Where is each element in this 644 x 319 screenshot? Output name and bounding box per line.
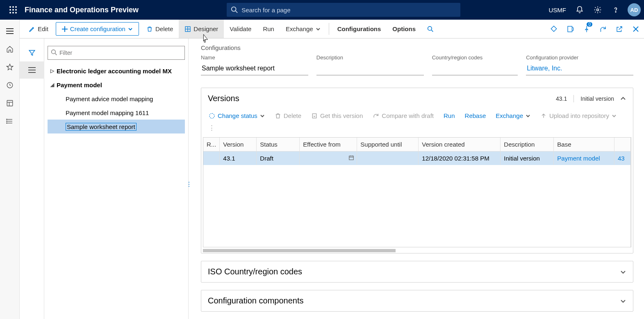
validate-button[interactable]: Validate [224,20,257,38]
designer-label: Designer [193,25,218,32]
svg-point-4 [12,9,14,11]
chevron-down-icon [128,27,133,32]
pin-badge: 0 [587,22,592,27]
pencil-icon [29,26,35,32]
help-icon[interactable] [607,0,624,20]
configurations-tab[interactable]: Configurations [332,20,387,38]
refresh-icon[interactable] [595,20,611,38]
edit-label: Edit [38,25,48,32]
svg-rect-33 [568,26,572,32]
svg-point-8 [15,12,17,14]
svg-point-0 [9,6,11,8]
svg-line-32 [431,30,433,32]
attachment-icon[interactable] [546,20,562,38]
user-avatar[interactable]: AD [628,3,641,16]
configurations-label: Configurations [337,25,381,32]
svg-point-5 [15,9,17,11]
settings-icon[interactable] [589,0,606,20]
svg-point-12 [615,11,616,12]
svg-point-7 [12,12,14,14]
popout-icon[interactable] [611,20,628,38]
svg-point-1 [12,6,14,8]
close-icon[interactable] [628,20,644,38]
delete-button[interactable]: Delete [141,20,179,38]
actionbar-right: 0 [546,20,644,38]
search-wrap [227,3,460,17]
app-title: Finance and Operations Preview [25,6,139,14]
delete-label: Delete [155,25,173,32]
options-label: Options [392,25,416,32]
designer-button[interactable]: Designer [179,20,224,38]
separator [329,23,329,35]
exchange-label: Exchange [286,25,313,32]
options-tab[interactable]: Options [387,20,421,38]
notifications-icon[interactable] [571,0,588,20]
validate-label: Validate [230,25,251,32]
run-label: Run [263,25,274,32]
svg-point-31 [428,26,432,30]
designer-icon [184,26,191,32]
find-icon [427,26,434,32]
app-launcher-icon[interactable] [3,0,23,20]
actionbar: Edit Create configuration Delete Designe… [0,20,644,38]
svg-point-11 [597,9,599,11]
trash-icon [146,26,153,32]
svg-point-9 [232,7,236,11]
edit-button[interactable]: Edit [23,20,54,38]
create-label: Create configuration [70,25,125,32]
office-icon[interactable] [562,20,578,38]
run-button[interactable]: Run [257,20,280,38]
left-rail [0,20,20,38]
svg-point-2 [15,6,17,8]
topbar: Finance and Operations Preview USMF AD [0,0,644,20]
search-input[interactable] [227,3,460,17]
chevron-down-icon [316,27,321,32]
hamburger-icon[interactable] [0,22,20,38]
create-configuration-button[interactable]: Create configuration [56,22,139,36]
legal-entity[interactable]: USMF [549,7,567,14]
pin-icon[interactable]: 0 [578,20,595,38]
svg-point-6 [9,12,11,14]
plus-icon [62,26,68,32]
topbar-right: USMF AD [549,0,641,20]
svg-point-3 [9,9,11,11]
find-button[interactable] [421,20,439,38]
svg-line-10 [236,11,238,13]
search-icon [231,6,238,14]
exchange-button[interactable]: Exchange [280,20,326,38]
